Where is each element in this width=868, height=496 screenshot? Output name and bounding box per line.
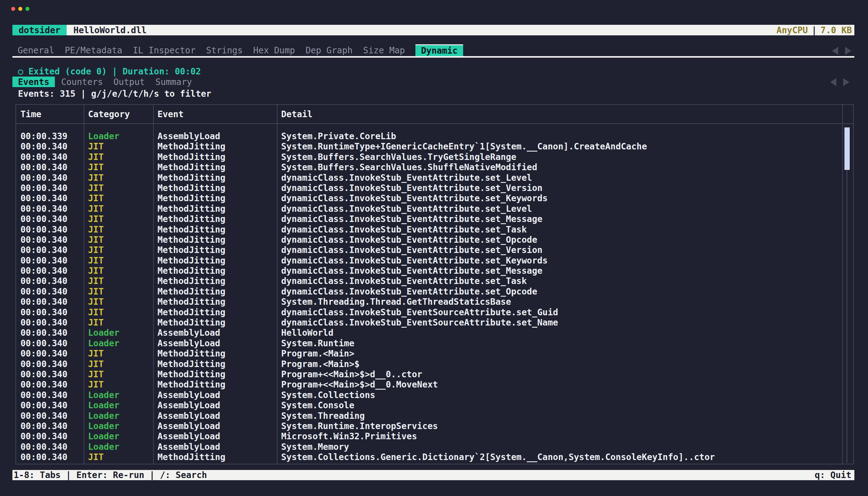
cell-detail: System.Runtime: [277, 338, 842, 348]
table-row[interactable]: 00:00.340JITMethodJittingdynamicClass.In…: [16, 255, 853, 266]
cell-category: JIT: [84, 152, 153, 162]
table-row[interactable]: 00:00.340JITMethodJittingdynamicClass.In…: [16, 266, 853, 276]
cell-detail: dynamicClass.InvokeStub_EventAttribute.s…: [277, 183, 842, 193]
cell-event: MethodJitting: [153, 162, 277, 172]
tab-bar-nav: [832, 47, 851, 55]
cell-category: Loader: [84, 328, 153, 338]
cell-category: JIT: [84, 348, 153, 359]
subtab-events[interactable]: Events: [12, 77, 55, 87]
zoom-window-icon[interactable]: [26, 7, 29, 11]
table-row[interactable]: 00:00.340JITMethodJittingProgram.<Main>$: [16, 359, 853, 369]
cell-category: JIT: [84, 266, 153, 276]
quit-hint: q: Quit: [815, 470, 851, 480]
table-row[interactable]: 00:00.340JITMethodJittingSystem.Buffers.…: [16, 162, 853, 172]
cell-time: 00:00.340: [16, 286, 84, 297]
table-row[interactable]: 00:00.340LoaderAssemblyLoadHelloWorld: [16, 328, 853, 338]
subtab-bar-nav: [830, 78, 849, 86]
cell-scroll-gutter: [842, 379, 853, 390]
cell-scroll-gutter: [842, 286, 853, 297]
tab-hex-dump[interactable]: Hex Dump: [253, 45, 295, 56]
table-row[interactable]: 00:00.340JITMethodJittingSystem.Threadin…: [16, 297, 853, 307]
table-row[interactable]: 00:00.340JITMethodJittingdynamicClass.In…: [16, 245, 853, 255]
table-row[interactable]: 00:00.340LoaderAssemblyLoadMicrosoft.Win…: [16, 431, 853, 441]
cell-scroll-gutter: [842, 390, 853, 400]
subtab-summary[interactable]: Summary: [155, 77, 192, 87]
cell-category: JIT: [84, 204, 153, 214]
table-row[interactable]: 00:00.340JITMethodJittingdynamicClass.In…: [16, 183, 853, 193]
cell-category: JIT: [84, 297, 153, 307]
table-row[interactable]: 00:00.340JITMethodJittingdynamicClass.In…: [16, 276, 853, 286]
table-row[interactable]: 00:00.340JITMethodJittingdynamicClass.In…: [16, 173, 853, 183]
cell-scroll-gutter: [842, 173, 853, 183]
table-row[interactable]: 00:00.340JITMethodJittingdynamicClass.In…: [16, 214, 853, 224]
table-row[interactable]: 00:00.340JITMethodJittingdynamicClass.In…: [16, 307, 853, 317]
table-row[interactable]: 00:00.340LoaderAssemblyLoadSystem.Runtim…: [16, 338, 853, 348]
cell-detail: Microsoft.Win32.Primitives: [277, 431, 842, 441]
cell-scroll-gutter: [842, 214, 853, 224]
tab-size-map[interactable]: Size Map: [363, 45, 405, 56]
tab-pe-metadata[interactable]: PE/Metadata: [65, 45, 122, 56]
cell-category: JIT: [84, 286, 153, 297]
tab-bar-underline: [12, 56, 854, 58]
tab-general[interactable]: General: [18, 45, 54, 56]
subtabs-scroll-left-icon[interactable]: [830, 78, 836, 86]
subtab-output[interactable]: Output: [113, 77, 145, 87]
cell-category: Loader: [84, 442, 153, 452]
meta-divider: |: [811, 25, 817, 35]
tab-il-inspector[interactable]: IL Inspector: [133, 45, 195, 56]
cell-detail: dynamicClass.InvokeStub_EventAttribute.s…: [277, 255, 842, 266]
table-row[interactable]: 00:00.340LoaderAssemblyLoadSystem.Memory: [16, 442, 853, 452]
table-row[interactable]: 00:00.340LoaderAssemblyLoadSystem.Collec…: [16, 390, 853, 400]
minimize-window-icon[interactable]: [18, 7, 22, 11]
cell-category: JIT: [84, 452, 153, 462]
cell-scroll-gutter: [842, 297, 853, 307]
cell-scroll-gutter: [842, 266, 853, 276]
subtab-counters[interactable]: Counters: [61, 77, 103, 87]
cell-scroll-gutter: [842, 400, 853, 410]
cell-time: 00:00.340: [16, 338, 84, 348]
table-row[interactable]: 00:00.340JITMethodJittingdynamicClass.In…: [16, 317, 853, 328]
table-row[interactable]: 00:00.340LoaderAssemblyLoadSystem.Thread…: [16, 411, 853, 421]
cell-time: 00:00.340: [16, 214, 84, 224]
table-row[interactable]: 00:00.340JITMethodJittingdynamicClass.In…: [16, 224, 853, 235]
cell-time: 00:00.340: [16, 297, 84, 307]
table-row[interactable]: 00:00.339LoaderAssemblyLoadSystem.Privat…: [16, 131, 853, 141]
table-row[interactable]: 00:00.340JITMethodJittingdynamicClass.In…: [16, 193, 853, 203]
events-summary: Events: 315 | g/j/e/l/t/h/s to filter: [18, 89, 212, 99]
tab-strings[interactable]: Strings: [206, 45, 243, 56]
tabs-scroll-left-icon[interactable]: [832, 47, 838, 55]
table-row[interactable]: 00:00.340LoaderAssemblyLoadSystem.Runtim…: [16, 421, 853, 431]
scrollbar-thumb[interactable]: [844, 127, 850, 170]
close-window-icon[interactable]: [11, 7, 15, 11]
cell-detail: dynamicClass.InvokeStub_EventSourceAttri…: [277, 307, 842, 317]
table-row[interactable]: 00:00.340JITMethodJittingProgram+<<Main>…: [16, 379, 853, 390]
tab-dep-graph[interactable]: Dep Graph: [306, 45, 353, 56]
arch-label: AnyCPU: [777, 25, 808, 35]
cell-scroll-gutter: [842, 348, 853, 359]
cell-event: MethodJitting: [153, 286, 277, 297]
table-row[interactable]: 00:00.340JITMethodJittingSystem.RuntimeT…: [16, 141, 853, 152]
table-row[interactable]: 00:00.340JITMethodJittingProgram.<Main>: [16, 348, 853, 359]
table-row[interactable]: 00:00.340JITMethodJittingSystem.Collecti…: [16, 452, 853, 462]
cell-category: JIT: [84, 276, 153, 286]
table-row[interactable]: 00:00.340JITMethodJittingdynamicClass.In…: [16, 286, 853, 297]
table-row[interactable]: 00:00.340LoaderAssemblyLoadSystem.Consol…: [16, 400, 853, 410]
tabs-scroll-right-icon[interactable]: [845, 47, 851, 55]
cell-detail: dynamicClass.InvokeStub_EventAttribute.s…: [277, 173, 842, 183]
cell-category: JIT: [84, 359, 153, 369]
table-row[interactable]: 00:00.340JITMethodJittingdynamicClass.In…: [16, 235, 853, 245]
cell-time: 00:00.340: [16, 328, 84, 338]
cell-scroll-gutter: [842, 431, 853, 441]
cell-detail: Program+<<Main>$>d__0.MoveNext: [277, 379, 842, 390]
table-row[interactable]: 00:00.340JITMethodJittingProgram+<<Main>…: [16, 369, 853, 379]
table-row[interactable]: 00:00.340JITMethodJittingSystem.Buffers.…: [16, 152, 853, 162]
cell-detail: dynamicClass.InvokeStub_EventAttribute.s…: [277, 235, 842, 245]
subtabs-scroll-right-icon[interactable]: [843, 78, 849, 86]
cell-scroll-gutter: [842, 204, 853, 214]
cell-category: Loader: [84, 400, 153, 410]
cell-event: MethodJitting: [153, 204, 277, 214]
table-row[interactable]: 00:00.340JITMethodJittingdynamicClass.In…: [16, 204, 853, 214]
cell-time: 00:00.340: [16, 193, 84, 203]
cell-time: 00:00.340: [16, 255, 84, 266]
tab-dynamic[interactable]: Dynamic: [415, 44, 463, 56]
